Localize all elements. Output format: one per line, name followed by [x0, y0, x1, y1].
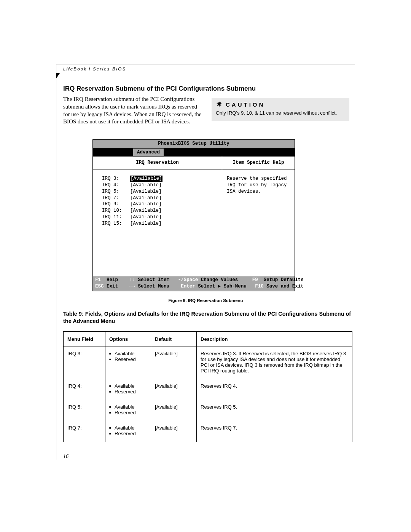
- bios-irq-label: IRQ 4:: [102, 182, 130, 189]
- option-item: Available: [109, 425, 147, 431]
- bios-irq-row: IRQ 7:[Available]: [102, 195, 222, 201]
- bios-irq-label: IRQ 9:: [102, 201, 130, 208]
- bios-irq-row: IRQ 4:[Available]: [102, 182, 222, 189]
- bios-irq-value: [Available]: [130, 201, 162, 208]
- key-f9-label: Setup Defaults: [264, 277, 304, 283]
- td-default: [Available]: [151, 347, 197, 379]
- bios-right-pane: Item Specific Help Reserve the specified…: [222, 157, 295, 276]
- section-title: IRQ Reservation Submenu of the PCI Confi…: [56, 85, 355, 93]
- bios-tab-bar: Advanced: [93, 149, 295, 156]
- running-header: LifeBook i Series BIOS: [56, 67, 355, 71]
- bios-irq-row: IRQ 9:[Available]: [102, 201, 222, 208]
- td-default: [Available]: [151, 379, 197, 400]
- th-options: Options: [105, 331, 151, 347]
- td-menu-field: IRQ 3:: [64, 347, 105, 379]
- option-item: Reserved: [109, 356, 147, 362]
- td-default: [Available]: [151, 421, 197, 442]
- key-f1: F1: [95, 277, 101, 283]
- bios-irq-value: [Available]: [130, 189, 162, 195]
- key-arrows-h: ←→: [129, 284, 135, 289]
- key-enter: Enter: [181, 284, 195, 289]
- bios-irq-label: IRQ 5:: [102, 189, 130, 195]
- bios-right-header: Item Specific Help: [222, 157, 295, 169]
- th-menu-field: Menu Field: [64, 331, 105, 347]
- td-description: Reserves IRQ 5.: [197, 400, 352, 421]
- key-esc: ESC: [95, 284, 104, 289]
- intro-columns: The IRQ Reservation submenu of the PCI C…: [56, 96, 355, 126]
- td-options: AvailableReserved: [105, 347, 151, 379]
- key-f9: F9: [252, 277, 258, 283]
- bios-irq-row: IRQ 15:[Available]: [102, 220, 222, 227]
- caution-wrap: CAUTION Only IRQ's 9, 10, & 11 can be re…: [211, 96, 349, 126]
- key-f10-label: Save and Exit: [266, 284, 304, 289]
- bios-footer: F1 Help ↑↓ Select Item -/Space Change Va…: [93, 276, 295, 291]
- caution-label: CAUTION: [226, 101, 265, 108]
- key-enter-label: Select ▶ Sub-Menu: [198, 284, 247, 289]
- bios-irq-label: IRQ 11:: [102, 214, 130, 220]
- option-item: Available: [109, 404, 147, 410]
- table-row: IRQ 7:AvailableReserved[Available]Reserv…: [64, 421, 352, 442]
- td-menu-field: IRQ 5:: [64, 400, 105, 421]
- key-arrows-h-label: Select Menu: [138, 284, 170, 289]
- td-description: Reserves IRQ 3. If Reserved is selected,…: [197, 347, 352, 379]
- bios-irq-row: IRQ 5:[Available]: [102, 189, 222, 195]
- key-arrows-v: ↑↓: [129, 277, 135, 283]
- options-table: Menu Field Options Default Description I…: [63, 331, 352, 442]
- key-esc-label: Exit: [107, 284, 118, 289]
- bios-body: IRQ Reservation IRQ 3:[Available]IRQ 4:[…: [93, 156, 295, 276]
- td-default: [Available]: [151, 400, 197, 421]
- page-number: 16: [56, 454, 355, 460]
- bios-irq-label: IRQ 10:: [102, 208, 130, 214]
- bios-title: PhoenixBIOS Setup Utility: [93, 140, 295, 149]
- caution-text: Only IRQ's 9, 10, & 11 can be reserved w…: [216, 110, 345, 116]
- table-row: IRQ 3:AvailableReserved[Available]Reserv…: [64, 347, 352, 379]
- th-description: Description: [197, 331, 352, 347]
- key-minus-space: -/Space: [178, 277, 198, 283]
- bios-irq-row: IRQ 11:[Available]: [102, 214, 222, 220]
- key-arrows-v-label: Select Item: [138, 277, 170, 283]
- intro-paragraph: The IRQ Reservation submenu of the PCI C…: [63, 96, 202, 126]
- bios-irq-value: [Available]: [130, 182, 162, 189]
- option-item: Reserved: [109, 389, 147, 395]
- bios-irq-row: IRQ 10:[Available]: [102, 208, 222, 214]
- table-title: Table 9: Fields, Options and Defaults fo…: [56, 310, 355, 325]
- bios-tab-advanced: Advanced: [133, 149, 164, 156]
- table-row: IRQ 4:AvailableReserved[Available]Reserv…: [64, 379, 352, 400]
- bios-irq-value: [Available]: [130, 195, 162, 201]
- bios-irq-label: IRQ 3:: [102, 176, 130, 182]
- key-f10: F10: [255, 284, 264, 289]
- bios-left-header: IRQ Reservation: [93, 157, 222, 169]
- td-description: Reserves IRQ 4.: [197, 379, 352, 400]
- option-item: Available: [109, 383, 147, 389]
- table-row: IRQ 5:AvailableReserved[Available]Reserv…: [64, 400, 352, 421]
- page-marker: [56, 73, 60, 79]
- caution-icon: [216, 101, 223, 108]
- bios-irq-list: IRQ 3:[Available]IRQ 4:[Available]IRQ 5:…: [93, 169, 222, 227]
- td-options: AvailableReserved: [105, 421, 151, 442]
- key-f1-label: Help: [107, 277, 118, 283]
- option-item: Reserved: [109, 410, 147, 415]
- td-options: AvailableReserved: [105, 379, 151, 400]
- bios-irq-value: [Available]: [130, 176, 162, 182]
- bios-irq-row: IRQ 3:[Available]: [102, 176, 222, 182]
- td-options: AvailableReserved: [105, 400, 151, 421]
- bios-irq-value: [Available]: [130, 208, 162, 214]
- key-minus-space-label: Change Values: [201, 277, 238, 283]
- td-menu-field: IRQ 4:: [64, 379, 105, 400]
- caution-box: CAUTION Only IRQ's 9, 10, & 11 can be re…: [211, 98, 349, 121]
- caution-header: CAUTION: [216, 101, 345, 108]
- option-item: Available: [109, 351, 147, 356]
- td-description: Reserves IRQ 7.: [197, 421, 352, 442]
- th-default: Default: [151, 331, 197, 347]
- bios-irq-label: IRQ 7:: [102, 195, 130, 201]
- bios-help-text: Reserve the specified IRQ for use by leg…: [222, 169, 295, 195]
- document-page: LifeBook i Series BIOS IRQ Reservation S…: [56, 64, 355, 460]
- td-menu-field: IRQ 7:: [64, 421, 105, 442]
- bios-irq-value: [Available]: [130, 214, 162, 220]
- table-header-row: Menu Field Options Default Description: [64, 331, 352, 347]
- bios-irq-label: IRQ 15:: [102, 220, 130, 227]
- option-item: Reserved: [109, 431, 147, 436]
- bios-left-pane: IRQ Reservation IRQ 3:[Available]IRQ 4:[…: [93, 157, 222, 276]
- bios-irq-value: [Available]: [130, 220, 162, 227]
- bios-screenshot: PhoenixBIOS Setup Utility Advanced IRQ R…: [92, 139, 295, 291]
